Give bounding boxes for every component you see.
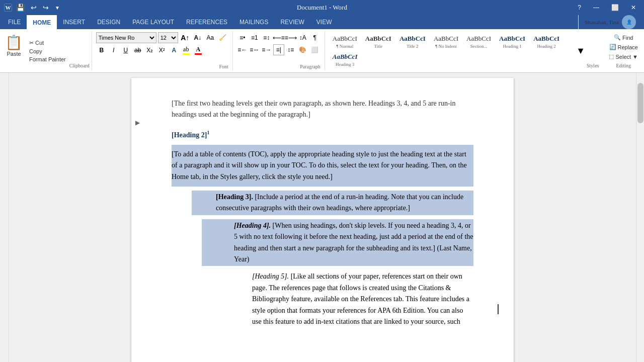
tab-design[interactable]: DESIGN <box>91 15 126 29</box>
clear-format-btn[interactable]: 🧹 <box>217 32 228 43</box>
body-paragraph: [To add a table of contents (TOC), apply… <box>172 147 473 185</box>
font-controls: Times New Ro 12 A↑ A↓ Aa 🧹 B I U ab X₂ <box>96 32 228 56</box>
clipboard-label: Clipboard <box>69 62 90 68</box>
highlight-color-btn[interactable]: ab <box>181 45 192 56</box>
text-effects-btn[interactable]: A <box>169 45 180 56</box>
line-spacing-btn[interactable]: ↕≡ <box>285 44 296 55</box>
align-center-btn[interactable]: ≡↔ <box>249 44 260 55</box>
shading-btn[interactable]: 🎨 <box>297 44 308 55</box>
find-btn[interactable]: 🔍Find <box>612 33 635 42</box>
strikethrough-btn[interactable]: ab <box>132 45 143 56</box>
word-icon: W <box>4 4 12 12</box>
tab-view[interactable]: VIEW <box>310 15 338 29</box>
format-painter-button[interactable]: Format Painter <box>28 56 67 63</box>
paragraph-label: Paragraph <box>300 63 320 69</box>
heading5-body: [Like all sections of your paper, refere… <box>252 273 469 325</box>
user-avatar: 👤 <box>622 15 636 29</box>
bold-btn[interactable]: B <box>96 45 107 56</box>
italic-btn[interactable]: I <box>108 45 119 56</box>
title-bar: W 💾 ↩ ↪ ▼ Document1 - Word ? — ⬜ ✕ <box>0 0 644 15</box>
intro-text: [The first two heading levels get their … <box>172 100 456 118</box>
title-bar-right: ? — ⬜ ✕ <box>574 2 640 13</box>
tab-references[interactable]: REFERENCES <box>180 15 233 29</box>
styles-group: AaBbCcI ¶ Normal AaBbCcI Title AaBbCcI T… <box>325 31 603 70</box>
heading3-label: [Heading 3]. <box>216 193 253 201</box>
style-normal[interactable]: AaBbCcI ¶ Normal <box>329 33 361 50</box>
intro-paragraph: [The first two heading levels get their … <box>172 98 473 121</box>
document-area: ▶ [The first two heading levels get thei… <box>0 73 644 362</box>
right-scrollbar[interactable] <box>636 73 644 362</box>
font-family-select[interactable]: Times New Ro <box>96 32 156 43</box>
ribbon: FILE HOME INSERT DESIGN PAGE LAYOUT REFE… <box>0 15 644 73</box>
collapse-arrow[interactable]: ▶ <box>135 118 140 128</box>
style-no-indent[interactable]: AaBbCcI ¶ No Indent <box>430 33 462 50</box>
quick-access-dropdown[interactable]: ▼ <box>53 4 62 12</box>
copy-button[interactable]: Copy <box>28 48 67 55</box>
para-controls: ≡• ≡1 ≡↕ ⟵≡ ≡⟶ ↕A ¶ ≡← ≡↔ ≡→ ≡| ↕≡ 🎨 ⬜ <box>237 32 320 55</box>
heading5-line: [Heading 5]. [Like all sections of your … <box>212 270 473 328</box>
paste-button[interactable]: 📋 Paste <box>2 33 26 68</box>
font-size-select[interactable]: 12 <box>158 32 178 43</box>
cut-button[interactable]: ✂ Cut <box>28 39 67 47</box>
justify-btn[interactable]: ≡| <box>273 44 284 55</box>
tab-home[interactable]: HOME <box>27 15 57 30</box>
sort-btn[interactable]: ↕A <box>297 32 308 43</box>
ribbon-tabs: FILE HOME INSERT DESIGN PAGE LAYOUT REFE… <box>0 15 644 29</box>
font-label: Font <box>219 63 228 69</box>
select-btn[interactable]: ⬚Select ▼ <box>607 52 640 61</box>
save-quick-btn[interactable]: 💾 <box>14 3 27 13</box>
heading5-label: [Heading 5]. <box>252 273 289 280</box>
close-btn[interactable]: ✕ <box>627 2 640 13</box>
style-heading2[interactable]: AaBbCcI Heading 2 <box>530 33 563 50</box>
heading4-label: [Heading 4]. <box>234 222 271 229</box>
undo-btn[interactable]: ↩ <box>29 3 39 13</box>
subscript-btn[interactable]: X₂ <box>144 45 155 56</box>
body-block-selected: [To add a table of contents (TOC), apply… <box>172 145 473 187</box>
replace-btn[interactable]: 🔄Replace <box>607 43 640 51</box>
grow-font-btn[interactable]: A↑ <box>180 32 191 43</box>
styles-more-btn[interactable]: ▼ <box>576 46 585 56</box>
scrollbar-thumb[interactable] <box>637 83 643 123</box>
tab-mailings[interactable]: MAILINGS <box>233 15 274 29</box>
user-name: Shanahan, Tina <box>585 19 619 25</box>
maximize-btn[interactable]: ⬜ <box>607 2 623 13</box>
align-left-btn[interactable]: ≡← <box>237 44 248 55</box>
multilevel-list-btn[interactable]: ≡↕ <box>261 32 272 43</box>
style-title2[interactable]: AaBbCcI Title 2 <box>396 33 429 50</box>
help-btn[interactable]: ? <box>574 2 585 13</box>
style-section[interactable]: AaBbCcI Section... <box>463 33 495 50</box>
change-case-btn[interactable]: Aa <box>205 32 216 43</box>
style-heading3[interactable]: AaBbCcI Heading 3 <box>329 51 361 68</box>
redo-btn[interactable]: ↪ <box>41 3 51 13</box>
title-bar-left: W 💾 ↩ ↪ ▼ <box>4 3 62 13</box>
style-heading1[interactable]: AaBbCcI Heading 1 <box>496 33 529 50</box>
styles-label: Styles <box>587 62 599 68</box>
minimize-btn[interactable]: — <box>589 2 603 13</box>
tab-file[interactable]: FILE <box>2 15 27 29</box>
window-title: Document1 - Word <box>297 4 347 12</box>
superscript-btn[interactable]: X² <box>156 45 168 56</box>
font-color-btn[interactable]: A <box>193 45 204 56</box>
bullet-list-btn[interactable]: ≡• <box>237 32 248 43</box>
shrink-font-btn[interactable]: A↓ <box>192 32 203 43</box>
decrease-indent-btn[interactable]: ⟵≡ <box>273 32 284 43</box>
font-row2: B I U ab X₂ X² A ab A <box>96 45 228 56</box>
font-group: Times New Ro 12 A↑ A↓ Aa 🧹 B I U ab X₂ <box>92 31 233 70</box>
show-formatting-btn[interactable]: ¶ <box>309 32 320 43</box>
ribbon-content: 📋 Paste ✂ Cut Copy Format Painter Clipbo… <box>0 29 644 73</box>
font-row1: Times New Ro 12 A↑ A↓ Aa 🧹 <box>96 32 228 43</box>
borders-btn[interactable]: ⬜ <box>309 44 320 55</box>
clipboard-sub: ✂ Cut Copy Format Painter <box>26 33 69 68</box>
increase-indent-btn[interactable]: ≡⟶ <box>285 32 296 43</box>
tab-page-layout[interactable]: PAGE LAYOUT <box>126 15 180 29</box>
para-row1: ≡• ≡1 ≡↕ ⟵≡ ≡⟶ ↕A ¶ <box>237 32 320 43</box>
tab-review[interactable]: REVIEW <box>274 15 310 29</box>
align-right-btn[interactable]: ≡→ <box>261 44 272 55</box>
doc-scroll[interactable]: ▶ [The first two heading levels get thei… <box>9 73 636 362</box>
tab-insert[interactable]: INSERT <box>57 15 91 29</box>
heading3-body: [Include a period at the end of a run-in… <box>216 193 463 212</box>
underline-btn[interactable]: U <box>120 45 131 56</box>
numbered-list-btn[interactable]: ≡1 <box>249 32 260 43</box>
style-title[interactable]: AaBbCcI Title <box>362 33 395 50</box>
styles-list: AaBbCcI ¶ Normal AaBbCcI Title AaBbCcI T… <box>329 33 575 68</box>
